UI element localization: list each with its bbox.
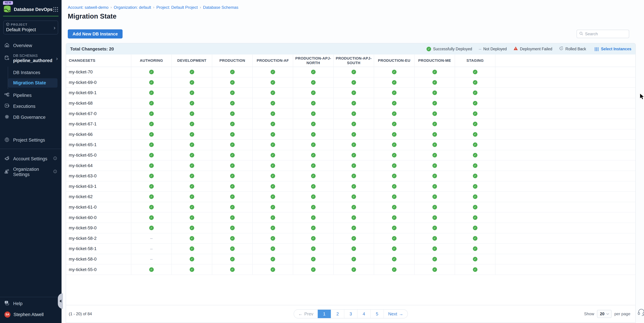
table-row[interactable]: my-ticket-65-1✓✓✓✓✓✓✓✓✓ [66, 140, 636, 150]
changeset-name: my-ticket-61-0 [66, 202, 131, 212]
status-cell: ✓ [212, 88, 253, 98]
sidebar-item-executions[interactable]: Executions [0, 101, 62, 112]
table-row[interactable]: my-ticket-67-0✓✓✓✓✓✓✓✓✓ [66, 109, 636, 119]
table-row[interactable]: my-ticket-58-0–✓✓✓✓✓✓✓✓ [66, 254, 636, 265]
mouse-cursor [639, 93, 644, 101]
sidebar-item-overview[interactable]: Overview [0, 40, 62, 51]
sidebar-item-pipelines[interactable]: Pipelines [0, 90, 62, 101]
page-button-1[interactable]: 1 [318, 310, 331, 318]
status-cell: ✓ [131, 119, 172, 129]
sidebar-item-project-settings[interactable]: Project Settings [0, 135, 62, 146]
table-row[interactable]: my-ticket-63-1✓✓✓✓✓✓✓✓✓ [66, 181, 636, 192]
table-row[interactable]: my-ticket-65-0✓✓✓✓✓✓✓✓✓ [66, 150, 636, 161]
search-box[interactable] [576, 30, 629, 38]
status-cell: ✓ [253, 254, 293, 264]
table-row[interactable]: my-ticket-61-0✓✓✓✓✓✓✓✓✓ [66, 202, 636, 213]
changeset-name: my-ticket-58-0 [66, 254, 131, 264]
info-icon[interactable] [53, 169, 57, 175]
column-header: PRODUCTION-AF [253, 55, 293, 67]
status-cell: ✓ [334, 223, 374, 233]
status-cell: ✓ [334, 150, 374, 160]
success-check-icon: ✓ [473, 205, 478, 209]
status-cell: ✓ [455, 233, 496, 243]
success-check-icon: ✓ [432, 267, 437, 272]
success-check-icon: ✓ [270, 194, 275, 199]
search-input[interactable] [585, 32, 626, 36]
table-row[interactable]: my-ticket-62✓✓✓✓✓✓✓✓✓ [66, 192, 636, 202]
status-cell: ✓ [172, 140, 212, 150]
table-spacer [66, 275, 636, 305]
status-cell: ✓ [455, 181, 496, 192]
next-page-button[interactable]: Next → [384, 310, 408, 318]
breadcrumb-link[interactable]: Project: Default Project [156, 5, 198, 10]
page-button-4[interactable]: 4 [357, 310, 370, 318]
success-check-icon: ✓ [149, 70, 154, 74]
sidebar-item-organization-settings[interactable]: Organization Settings [0, 164, 62, 180]
status-cell: ✓ [293, 264, 334, 274]
select-instances-link[interactable]: ||| Select Instances [594, 47, 631, 51]
success-check-icon: ✓ [230, 70, 235, 74]
prev-page-button[interactable]: ← Prev [294, 310, 318, 318]
breadcrumb-link[interactable]: Account: satwell-demo [68, 5, 108, 10]
page-button-5[interactable]: 5 [370, 310, 384, 318]
success-check-icon: ✓ [270, 267, 275, 272]
table-row[interactable]: my-ticket-60-0✓✓✓✓✓✓✓✓✓ [66, 212, 636, 223]
table-row[interactable]: my-ticket-67-1✓✓✓✓✓✓✓✓✓ [66, 119, 636, 129]
sidebar-subitem-migration-state[interactable]: Migration State [8, 78, 58, 88]
success-check-icon: ✓ [270, 132, 275, 137]
governance-gear-icon [4, 114, 10, 121]
table-footer: (1 - 20) of 84 ← Prev 12345 Next → Show [66, 305, 636, 322]
table-row[interactable]: my-ticket-58-1–✓✓✓✓✓✓✓✓ [66, 244, 636, 254]
status-cell: ✓ [414, 119, 455, 129]
sidebar-item-db-governance[interactable]: DB Governance [0, 112, 62, 123]
breadcrumb-link[interactable]: Database Schemas [203, 5, 238, 10]
success-check-icon: ✓ [190, 194, 194, 199]
settings-gear-icon [4, 137, 10, 143]
table-row[interactable]: my-ticket-69-1✓✓✓✓✓✓✓✓✓ [66, 88, 636, 98]
table-row[interactable]: my-ticket-70✓✓✓✓✓✓✓✓✓ [66, 67, 636, 78]
status-cell: ✓ [414, 202, 455, 212]
user-menu[interactable]: SA Stephen Atwell [0, 309, 62, 321]
table-row[interactable]: my-ticket-64✓✓✓✓✓✓✓✓✓ [66, 160, 636, 171]
success-check-icon: ✓ [270, 101, 275, 106]
table-row[interactable]: my-ticket-58-2–✓✓✓✓✓✓✓✓ [66, 233, 636, 244]
sidebar-subitem-db-instances[interactable]: DB Instances [8, 68, 58, 77]
success-check-icon: ✓ [473, 184, 478, 189]
table-row[interactable]: my-ticket-59-0✓✓✓✓✓✓✓✓✓ [66, 223, 636, 233]
status-cell: ✓ [293, 212, 334, 223]
sidebar-collapse-handle[interactable] [58, 293, 63, 309]
table-row[interactable]: my-ticket-55-0✓✓✓✓✓✓✓✓✓ [66, 264, 636, 275]
breadcrumb-link[interactable]: Organization: default [114, 5, 151, 10]
success-check-icon: ✓ [149, 111, 154, 116]
table-row[interactable]: my-ticket-69-0✓✓✓✓✓✓✓✓✓ [66, 78, 636, 88]
success-check-icon: ✓ [190, 184, 194, 189]
status-cell: ✓ [172, 119, 212, 129]
status-cell: ✓ [455, 223, 496, 233]
support-headset-icon[interactable] [637, 308, 644, 317]
project-selector[interactable]: PROJECT Default Project › [3, 21, 58, 35]
next-label: Next [388, 311, 397, 316]
status-cell: ✓ [455, 88, 496, 98]
success-check-icon: ✓ [149, 153, 154, 157]
success-check-icon: ✓ [230, 194, 235, 199]
status-cell: ✓ [334, 254, 374, 264]
sidebar-item-account-settings[interactable]: Account Settings [0, 153, 62, 164]
sidebar-item-db-schemas[interactable]: DB SCHEMAS pipeline_authored › [0, 51, 62, 66]
success-check-icon: ✓ [230, 132, 235, 137]
page-button-2[interactable]: 2 [331, 310, 344, 318]
success-check-icon: ✓ [190, 163, 194, 168]
success-check-icon: ✓ [473, 194, 478, 199]
status-cell: ✓ [374, 78, 414, 88]
page-button-3[interactable]: 3 [344, 310, 357, 318]
add-db-instance-button[interactable]: Add New DB Instance [68, 29, 122, 39]
status-cell: ✓ [334, 171, 374, 181]
success-check-icon: ✓ [352, 132, 356, 137]
page-size-select[interactable]: 20 [597, 310, 612, 318]
table-row[interactable]: my-ticket-66✓✓✓✓✓✓✓✓✓ [66, 129, 636, 140]
info-icon[interactable] [53, 156, 57, 162]
success-check-icon: ✓ [352, 205, 356, 209]
sidebar-item-help[interactable]: ? Help [0, 298, 62, 309]
table-row[interactable]: my-ticket-68✓✓✓✓✓✓✓✓✓ [66, 98, 636, 109]
apps-grid-icon[interactable] [52, 7, 59, 13]
table-row[interactable]: my-ticket-63-0✓✓✓✓✓✓✓✓✓ [66, 171, 636, 181]
